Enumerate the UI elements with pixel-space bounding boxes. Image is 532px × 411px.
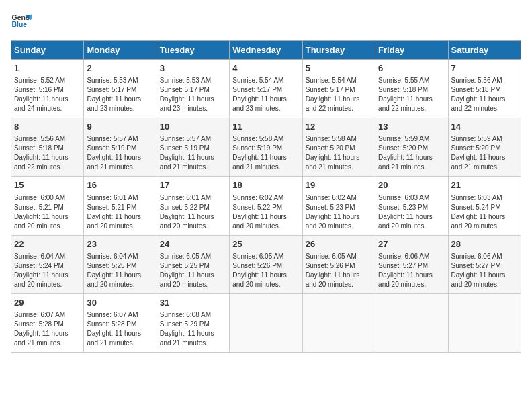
weekday-header: Tuesday bbox=[157, 41, 229, 60]
sunset-text: Sunset: 5:26 PM bbox=[232, 262, 282, 269]
sunset-text: Sunset: 5:24 PM bbox=[14, 262, 64, 269]
calendar-day-cell: 21 Sunrise: 6:03 AM Sunset: 5:24 PM Dayl… bbox=[448, 177, 521, 235]
calendar-week-row: 29 Sunrise: 6:07 AM Sunset: 5:28 PM Dayl… bbox=[11, 293, 521, 352]
calendar-day-cell: 8 Sunrise: 5:56 AM Sunset: 5:18 PM Dayli… bbox=[11, 118, 84, 177]
weekday-header: Monday bbox=[84, 41, 157, 60]
daylight-label: Daylight: 11 hours and 20 minutes. bbox=[160, 271, 214, 288]
sunrise-text: Sunrise: 5:58 AM bbox=[306, 135, 357, 142]
calendar-day-cell bbox=[230, 293, 302, 352]
sunset-text: Sunset: 5:18 PM bbox=[14, 144, 64, 152]
calendar-day-cell: 12 Sunrise: 5:58 AM Sunset: 5:20 PM Dayl… bbox=[302, 118, 375, 177]
calendar-day-cell: 2 Sunrise: 5:53 AM Sunset: 5:17 PM Dayli… bbox=[84, 60, 157, 118]
daylight-label: Daylight: 11 hours and 20 minutes. bbox=[451, 213, 506, 230]
calendar-week-row: 15 Sunrise: 6:00 AM Sunset: 5:21 PM Dayl… bbox=[11, 177, 521, 235]
sunset-text: Sunset: 5:17 PM bbox=[87, 86, 136, 93]
logo: General Blue bbox=[11, 11, 32, 32]
day-number: 11 bbox=[232, 121, 299, 133]
calendar-day-cell: 16 Sunrise: 6:01 AM Sunset: 5:21 PM Dayl… bbox=[84, 177, 157, 235]
daylight-label: Daylight: 11 hours and 22 minutes. bbox=[306, 95, 360, 112]
day-number: 13 bbox=[378, 121, 445, 133]
day-number: 28 bbox=[451, 238, 518, 250]
sunset-text: Sunset: 5:17 PM bbox=[306, 86, 355, 93]
calendar-day-cell: 5 Sunrise: 5:54 AM Sunset: 5:17 PM Dayli… bbox=[302, 60, 375, 118]
calendar-day-cell: 17 Sunrise: 6:01 AM Sunset: 5:22 PM Dayl… bbox=[157, 177, 229, 235]
calendar-day-cell: 4 Sunrise: 5:54 AM Sunset: 5:17 PM Dayli… bbox=[230, 60, 302, 118]
calendar-day-cell: 3 Sunrise: 5:53 AM Sunset: 5:17 PM Dayli… bbox=[157, 60, 229, 118]
sunset-text: Sunset: 5:24 PM bbox=[451, 203, 501, 211]
sunrise-text: Sunrise: 6:07 AM bbox=[14, 311, 65, 318]
calendar-day-cell: 22 Sunrise: 6:04 AM Sunset: 5:24 PM Dayl… bbox=[11, 235, 84, 293]
day-number: 31 bbox=[160, 297, 226, 309]
sunrise-text: Sunrise: 6:01 AM bbox=[160, 194, 211, 201]
sunrise-text: Sunrise: 6:03 AM bbox=[378, 194, 429, 201]
day-number: 3 bbox=[160, 62, 226, 75]
day-number: 21 bbox=[451, 179, 518, 191]
sunrise-text: Sunrise: 6:07 AM bbox=[87, 311, 138, 318]
day-number: 5 bbox=[306, 62, 372, 75]
sunset-text: Sunset: 5:29 PM bbox=[160, 320, 210, 328]
calendar-day-cell: 20 Sunrise: 6:03 AM Sunset: 5:23 PM Dayl… bbox=[375, 177, 448, 235]
daylight-label: Daylight: 11 hours and 21 minutes. bbox=[306, 154, 360, 171]
daylight-label: Daylight: 11 hours and 22 minutes. bbox=[378, 95, 433, 112]
day-number: 7 bbox=[451, 62, 518, 75]
calendar-day-cell: 13 Sunrise: 5:59 AM Sunset: 5:20 PM Dayl… bbox=[375, 118, 448, 177]
sunrise-text: Sunrise: 5:54 AM bbox=[232, 77, 283, 84]
sunset-text: Sunset: 5:17 PM bbox=[232, 86, 282, 93]
day-number: 26 bbox=[306, 238, 372, 250]
daylight-label: Daylight: 11 hours and 20 minutes. bbox=[14, 213, 69, 230]
sunrise-text: Sunrise: 5:56 AM bbox=[451, 77, 502, 84]
daylight-label: Daylight: 11 hours and 20 minutes. bbox=[232, 271, 287, 288]
calendar-day-cell: 19 Sunrise: 6:02 AM Sunset: 5:23 PM Dayl… bbox=[302, 177, 375, 235]
day-number: 17 bbox=[160, 179, 226, 191]
day-number: 14 bbox=[451, 121, 518, 133]
sunrise-text: Sunrise: 6:01 AM bbox=[87, 194, 138, 201]
calendar-day-cell: 15 Sunrise: 6:00 AM Sunset: 5:21 PM Dayl… bbox=[11, 177, 84, 235]
daylight-label: Daylight: 11 hours and 20 minutes. bbox=[378, 213, 433, 230]
sunrise-text: Sunrise: 5:54 AM bbox=[306, 77, 357, 84]
sunrise-text: Sunrise: 6:06 AM bbox=[451, 253, 502, 260]
day-number: 16 bbox=[87, 179, 153, 191]
day-number: 18 bbox=[232, 179, 299, 191]
daylight-label: Daylight: 11 hours and 20 minutes. bbox=[378, 271, 433, 288]
daylight-label: Daylight: 11 hours and 20 minutes. bbox=[87, 271, 141, 288]
calendar-day-cell: 25 Sunrise: 6:05 AM Sunset: 5:26 PM Dayl… bbox=[230, 235, 302, 293]
day-number: 25 bbox=[232, 238, 299, 250]
daylight-label: Daylight: 11 hours and 20 minutes. bbox=[14, 271, 69, 288]
calendar-week-row: 8 Sunrise: 5:56 AM Sunset: 5:18 PM Dayli… bbox=[11, 118, 521, 177]
sunrise-text: Sunrise: 5:53 AM bbox=[160, 77, 211, 84]
day-number: 22 bbox=[14, 238, 81, 250]
sunset-text: Sunset: 5:27 PM bbox=[451, 262, 501, 269]
sunset-text: Sunset: 5:20 PM bbox=[306, 144, 355, 152]
daylight-label: Daylight: 11 hours and 20 minutes. bbox=[306, 271, 360, 288]
sunset-text: Sunset: 5:28 PM bbox=[87, 320, 136, 328]
day-number: 30 bbox=[87, 297, 153, 309]
day-number: 10 bbox=[160, 121, 226, 133]
day-number: 8 bbox=[14, 121, 81, 133]
daylight-label: Daylight: 11 hours and 21 minutes. bbox=[87, 154, 141, 171]
sunset-text: Sunset: 5:21 PM bbox=[87, 203, 136, 211]
sunset-text: Sunset: 5:17 PM bbox=[160, 86, 210, 93]
daylight-label: Daylight: 11 hours and 20 minutes. bbox=[451, 271, 506, 288]
logo-icon: General Blue bbox=[11, 11, 32, 32]
sunrise-text: Sunrise: 5:59 AM bbox=[378, 135, 429, 142]
day-number: 23 bbox=[87, 238, 153, 250]
daylight-label: Daylight: 11 hours and 21 minutes. bbox=[87, 330, 141, 347]
daylight-label: Daylight: 11 hours and 20 minutes. bbox=[160, 213, 214, 230]
weekday-header: Sunday bbox=[11, 41, 84, 60]
day-number: 2 bbox=[87, 62, 153, 75]
sunrise-text: Sunrise: 6:08 AM bbox=[160, 311, 211, 318]
calendar-week-row: 1 Sunrise: 5:52 AM Sunset: 5:16 PM Dayli… bbox=[11, 60, 521, 118]
sunrise-text: Sunrise: 5:59 AM bbox=[451, 135, 502, 142]
day-number: 12 bbox=[306, 121, 372, 133]
calendar-day-cell: 6 Sunrise: 5:55 AM Sunset: 5:18 PM Dayli… bbox=[375, 60, 448, 118]
calendar-day-cell bbox=[375, 293, 448, 352]
sunrise-text: Sunrise: 5:57 AM bbox=[160, 135, 211, 142]
sunset-text: Sunset: 5:22 PM bbox=[160, 203, 210, 211]
daylight-label: Daylight: 11 hours and 21 minutes. bbox=[160, 330, 214, 347]
sunset-text: Sunset: 5:20 PM bbox=[451, 144, 501, 152]
sunset-text: Sunset: 5:26 PM bbox=[306, 262, 355, 269]
weekday-header: Wednesday bbox=[230, 41, 302, 60]
calendar-day-cell: 23 Sunrise: 6:04 AM Sunset: 5:25 PM Dayl… bbox=[84, 235, 157, 293]
daylight-label: Daylight: 11 hours and 21 minutes. bbox=[14, 330, 69, 347]
sunrise-text: Sunrise: 5:52 AM bbox=[14, 77, 65, 84]
